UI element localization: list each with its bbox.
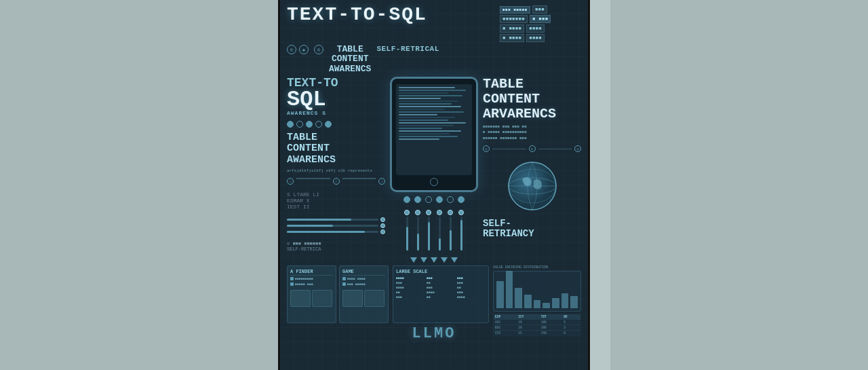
center-column bbox=[389, 77, 479, 263]
t-line-9 bbox=[399, 109, 445, 110]
self-retrieval-top-container: SELF-RETRICAL bbox=[376, 45, 439, 53]
td-3-4: 8 bbox=[562, 330, 580, 335]
small-icon-2: ○ bbox=[333, 178, 340, 185]
slider-fill-2 bbox=[287, 225, 333, 227]
t-line-3 bbox=[399, 92, 448, 94]
tc-right-l3: ARVARENCS bbox=[483, 106, 556, 122]
t-line-14 bbox=[399, 122, 466, 124]
slider-row-1 bbox=[287, 217, 385, 222]
bar-chart bbox=[493, 271, 581, 312]
v-slider-3 bbox=[426, 210, 431, 251]
cell-3-1: ■■ bbox=[396, 291, 425, 295]
bottom-left: A FINDER ■■■■■■■■■ ■■■■■ ■■■ G bbox=[287, 265, 389, 323]
cell-4-3: ■■■■ bbox=[457, 295, 486, 299]
self-retriancy-text: SELF-RETRIANCY bbox=[483, 219, 581, 240]
cell-2-3: ■■ bbox=[457, 286, 486, 290]
v-track-1 bbox=[406, 217, 408, 251]
left-column: TEXT-TO SQL AWARENCS S TABLECONTENTAWARE… bbox=[287, 77, 385, 263]
mini-list-row-2: ■■■■ ■■■ ■■ bbox=[396, 286, 486, 290]
r-line-2 bbox=[538, 149, 572, 149]
sql-line2: SQL bbox=[287, 89, 385, 111]
t-line-16 bbox=[399, 128, 442, 129]
bp-row-1: ■■■■■■■■■ bbox=[290, 277, 333, 281]
td-1-2: 10 bbox=[517, 319, 539, 325]
tablet-screen bbox=[396, 84, 472, 175]
panel-box-4: ■ ■■■ bbox=[530, 15, 551, 23]
conn-dot-2 bbox=[414, 196, 421, 203]
t-line-6 bbox=[399, 100, 458, 102]
right-dots: ◎ ◎ ◎ bbox=[483, 145, 581, 152]
panel-box-3: ■■■■■■■ bbox=[500, 15, 528, 23]
v-slider-2 bbox=[415, 210, 420, 251]
v-track-6 bbox=[460, 217, 462, 251]
background-right bbox=[610, 0, 868, 370]
th-3: TOT bbox=[540, 314, 562, 319]
top-section: TEXT-TO-SQL ■■■ ■■■■■ ■■■ ■■■■■■■ ■ ■■■ … bbox=[287, 5, 581, 42]
td-1-3: 100 bbox=[540, 319, 562, 325]
slider-row-2 bbox=[287, 223, 385, 228]
cell-1-3: ■■■ bbox=[457, 281, 486, 285]
cell-4-1: ■■■ bbox=[396, 295, 425, 299]
r-line bbox=[492, 149, 526, 149]
v-fill-3 bbox=[428, 222, 430, 251]
cell-1-1: ■■■ bbox=[396, 281, 425, 285]
bottom-center-title: LARGE SCALE bbox=[396, 269, 486, 274]
mini-list-row-4: ■■■ ■■ ■■■■ bbox=[396, 295, 486, 299]
v-fill-4 bbox=[439, 238, 441, 251]
bar-6 bbox=[542, 303, 550, 308]
dot-2 bbox=[296, 121, 303, 128]
th-2: ICY bbox=[517, 314, 539, 319]
arrow-2 bbox=[420, 257, 427, 263]
dot-5 bbox=[325, 121, 332, 128]
small-text-left: arfsjdlkfjslkfj skfj slk represents bbox=[287, 168, 385, 174]
th-1: EXP bbox=[494, 314, 517, 319]
v-fill-1 bbox=[406, 227, 408, 251]
chart-label: VALUE ENCODING DISTRIBUTION bbox=[493, 265, 581, 270]
globe-svg bbox=[505, 159, 559, 213]
bar-8 bbox=[561, 293, 569, 308]
icon-circle-1: ⊙ bbox=[287, 45, 296, 54]
connection-dots bbox=[403, 196, 465, 203]
td-2-4: 3 bbox=[562, 325, 580, 330]
top-right-panel: ■■■ ■■■■■ ■■■ ■■■■■■■ ■ ■■■ ■ ■■■■ ■■■■ … bbox=[500, 5, 581, 42]
bar-5 bbox=[534, 300, 541, 308]
t-line-15 bbox=[399, 125, 454, 126]
cell-2-2: ■■■ bbox=[427, 286, 455, 290]
text-to-sql-sub-container: ⊙ ◈ ⊙ bbox=[287, 45, 323, 54]
bp-dot-3 bbox=[342, 277, 346, 280]
bottom-center: LARGE SCALE ■■■■ ■■■ ■■■ ■■■ ■■ ■■■ ■■■■… bbox=[393, 265, 489, 323]
arrows-row bbox=[410, 257, 458, 263]
arrow-3 bbox=[431, 257, 437, 263]
arrow-4 bbox=[441, 257, 448, 263]
panel-row-1: ■■■ ■■■■■ ■■■ bbox=[500, 5, 581, 14]
bar-1 bbox=[496, 281, 504, 308]
td-3-2: 15 bbox=[517, 330, 539, 335]
table-content-right: TABLE CONTENT ARVARENCS bbox=[483, 77, 581, 122]
panel-a-finder: A FINDER ■■■■■■■■■ ■■■■■ ■■■ bbox=[287, 265, 336, 323]
tablet-device bbox=[390, 77, 478, 192]
bp-text-3: ■■■■ ■■■■ bbox=[347, 277, 366, 281]
td-2-3: 200 bbox=[540, 325, 562, 330]
td-1-4: 5 bbox=[562, 319, 580, 325]
v-dot-4 bbox=[437, 210, 442, 215]
th-4: DU bbox=[562, 314, 580, 319]
v-slider-1 bbox=[404, 210, 410, 251]
self-retrica-small: ⊙ ■■■ ■■■■■■SELF-RETRICA bbox=[287, 241, 385, 252]
bar-7 bbox=[552, 298, 559, 308]
bp-text-4: ■■■ ■■■■■ bbox=[347, 282, 366, 286]
t-line-2 bbox=[399, 90, 466, 91]
panel-box-1: ■■■ ■■■■■ bbox=[500, 6, 530, 14]
v-track-4 bbox=[439, 217, 441, 251]
col-header-1: ■■■■ bbox=[396, 276, 425, 280]
cell-4-2: ■■ bbox=[427, 295, 455, 299]
slider-track-1 bbox=[287, 219, 378, 221]
td-1-1: A01 bbox=[494, 319, 517, 325]
panel-1-title: A FINDER bbox=[290, 269, 333, 276]
second-row: ⊙ ◈ ⊙ TABLECONTENTAWARENCS SELF-RETRICAL bbox=[287, 45, 581, 74]
conn-dot-6 bbox=[458, 196, 465, 203]
conn-dot-3 bbox=[425, 196, 432, 203]
col-header-3: ■■■ bbox=[457, 276, 486, 280]
poster: TEXT-TO-SQL ■■■ ■■■■■ ■■■ ■■■■■■■ ■ ■■■ … bbox=[278, 0, 590, 370]
slider-fill-3 bbox=[287, 231, 365, 233]
tc-right-l2: CONTENT bbox=[483, 91, 540, 107]
